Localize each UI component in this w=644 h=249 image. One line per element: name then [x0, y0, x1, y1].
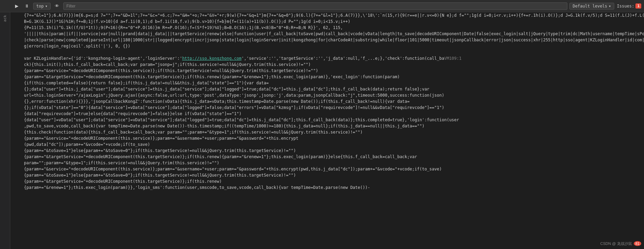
default-levels-button[interactable]: Default levels ▾ — [569, 3, 614, 10]
code-content: url=this.loginServer+"/ajaxLogin";jQuery… — [24, 92, 444, 98]
line-number — [10, 172, 24, 178]
table-row: g|errors|login_reg|ceil'.split('|'), 0, … — [10, 43, 644, 49]
table-row: ,pwd,to_save,vcode,call_back){var tempTi… — [10, 123, 644, 129]
code-content: g|errors|login_reg|ceil'.split('|'), 0, … — [24, 43, 130, 49]
table-row: {param+="&service="+decodeURIComponent(t… — [10, 166, 644, 172]
source-label: top — [36, 4, 44, 9]
table-row: {};if(vData["state"]=="0"){data["service… — [10, 105, 644, 111]
line-number — [10, 154, 24, 160]
table-row: {param+="&service="+decodeURIComponent(t… — [10, 68, 644, 74]
code-content: {param+="&targetService="+decodeURICompo… — [24, 178, 222, 184]
line-number — [10, 184, 24, 191]
table-row: {};data["user"]=this.j_data["user"];data… — [10, 86, 644, 92]
code-content: |check|parse|new|completed|parseInt|url|… — [24, 37, 644, 43]
table-row: {param+="&toSave=1"}else{param+="&toSave… — [10, 172, 644, 178]
toolbar: ▶ ⏸ top ▾ 👁 Default levels ▾ Issues: 1 — [0, 0, 644, 12]
code-area: {7+="&l=1"};6.A(7)}})m{6.p=s;d 7="";7+="… — [10, 12, 644, 249]
line-number — [10, 12, 24, 18]
code-content: {param+="&service="+decodeURIComponent(t… — [24, 68, 318, 74]
dropdown-arrow: ▾ — [45, 4, 48, 9]
table-row: {7+="&l=1"};6.A(7)}})m{6.p=s;d 7="";7+="… — [10, 12, 644, 18]
code-content: {param+="&toSave=1"}else{param+="&toSave… — [24, 148, 296, 154]
issues-badge: Issues: 1 — [617, 3, 641, 9]
line-number — [10, 166, 24, 172]
table-row: {if(this.completed==false){return false}… — [10, 80, 644, 86]
table-row: {this.check(function(data){this.f_call_b… — [10, 129, 644, 135]
code-content: {};if(vData["state"]=="0"){data["service… — [24, 105, 444, 111]
code-content: B=G.1K(G.1J()*1G)%1H;f+=B;1j(f.v>10){d a… — [24, 18, 350, 25]
play-button[interactable]: ▶ — [13, 2, 21, 10]
line-number — [10, 98, 24, 105]
line-number — [10, 178, 24, 184]
filter-input[interactable] — [63, 2, 567, 10]
line-number — [10, 68, 24, 74]
table-row: ck){this.init();this.f_call_back=call_ba… — [10, 61, 644, 68]
eye-button[interactable]: 👁 — [53, 2, 61, 10]
code-content: {data["requirevcode"]=true}else{data["re… — [24, 111, 242, 117]
line-number — [10, 123, 24, 129]
table-row: {param+="&service="+decodeURIComponent(t… — [10, 135, 644, 141]
table-row: {param+="&targetService="+decodeURICompo… — [10, 74, 644, 80]
code-content: ck){this.init();this.f_call_back=call_ba… — [24, 61, 311, 68]
watermark-num: 81 — [634, 241, 641, 246]
code-content: {7+="&l=1"};6.A(7)}})m{6.p=s;d 7="";7+="… — [24, 12, 644, 18]
table-row: var KZLoginHandler={'id':'kongzhong-logi… — [10, 55, 644, 61]
line-number — [10, 86, 24, 92]
line-number — [10, 111, 24, 117]
code-content: {data["user"]=vData["user"];data["servic… — [24, 117, 459, 123]
code-content: {param+="&toSave=1"}else{param+="&toSave… — [24, 172, 296, 178]
line-number — [10, 141, 24, 148]
line-number — [10, 49, 24, 55]
source-selector[interactable]: top ▾ — [33, 3, 51, 10]
line-number — [10, 31, 24, 37]
table-row: {param+="&renew=1"};this.exec_login(para… — [10, 184, 644, 191]
watermark: CSDN @ 龙战沙鼠 81 — [600, 241, 641, 246]
code-content: {},error:function(xhr){}}},'jsonpCallbac… — [24, 98, 410, 105]
table-row: url=this.loginServer+"/ajaxLogin";jQuery… — [10, 92, 644, 98]
toolbar-right: Default levels ▾ Issues: 1 — [569, 3, 641, 10]
table-row: param="";param+="&type=1";if(this.servic… — [10, 160, 644, 166]
table-row: {param+="&toSave=1"}else{param+="&toSave… — [10, 148, 644, 154]
line-number — [10, 148, 24, 154]
table-row: {data["requirevcode"]=true}else{data["re… — [10, 111, 644, 117]
line-number — [10, 37, 24, 43]
code-content: (pwd,data["dc"]);param+="&vcode="+vcode;… — [24, 141, 150, 148]
line-number — [10, 160, 24, 166]
table-row: '|||||this|param||if|||service|var|null|… — [10, 31, 644, 37]
line-number — [10, 129, 24, 135]
code-content: {param+="&targetService="+decodeURICompo… — [24, 154, 417, 160]
line-number — [10, 55, 24, 61]
line-number — [10, 25, 24, 31]
table-row: {param+="&targetService="+decodeURICompo… — [10, 154, 644, 160]
sidebar-panel: ack — [0, 12, 10, 249]
code-content: {param+="&service="+decodeURIComponent(t… — [24, 135, 298, 141]
table-row: {data["user"]=vData["user"];data["servic… — [10, 117, 644, 123]
issues-count: 1 — [635, 3, 641, 9]
line-number — [10, 43, 24, 49]
code-content: {param+="&renew=1"};this.exec_login(para… — [24, 184, 370, 191]
line-number — [10, 61, 24, 68]
code-content: {param+="&targetService="+decodeURICompo… — [24, 74, 400, 80]
table-row: {P=11(15.1h(i)^G.1k((f/U)*1t));9(P<16){R… — [10, 25, 644, 31]
table-row: (pwd,data["dc"]);param+="&vcode="+vcode;… — [10, 141, 644, 148]
line-number — [10, 80, 24, 86]
code-content: var KZLoginHandler={'id':'kongzhong-logi… — [24, 55, 464, 61]
table-row — [10, 49, 644, 55]
issues-label: Issues: — [617, 4, 634, 9]
line-number — [10, 117, 24, 123]
table-row: {param+="&targetService="+decodeURICompo… — [10, 178, 644, 184]
pause-button[interactable]: ⏸ — [23, 2, 31, 10]
line-number — [10, 74, 24, 80]
code-content: {this.check(function(data){this.f_call_b… — [24, 129, 363, 135]
default-levels-label: Default levels — [572, 4, 607, 9]
table-row: |check|parse|new|completed|parseInt|url|… — [10, 37, 644, 43]
table-row: {},error:function(xhr){}}},'jsonpCallbac… — [10, 98, 644, 105]
code-content: param="";param+="&type=1";if(this.servic… — [24, 160, 219, 166]
table-row: B=G.1K(G.1J()*1G)%1H;f+=B;1j(f.v>10){d a… — [10, 18, 644, 25]
code-content: {param+="&service="+decodeURIComponent(t… — [24, 166, 442, 172]
back-button[interactable]: ack — [3, 15, 7, 22]
line-number — [10, 105, 24, 111]
watermark-text: CSDN @ 龙战沙鼠 — [600, 241, 632, 246]
code-content: {if(this.completed==false){return false}… — [24, 80, 269, 86]
line-number — [10, 135, 24, 141]
